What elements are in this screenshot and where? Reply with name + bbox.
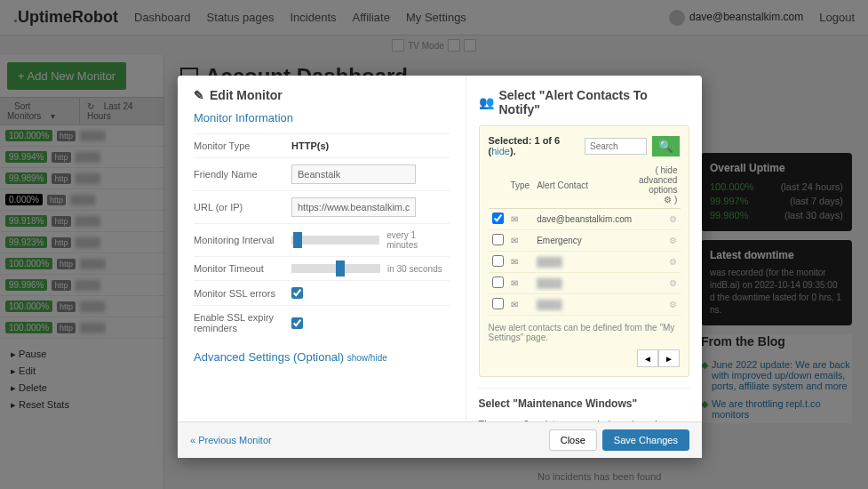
previous-monitor-link[interactable]: « Previous Monitor — [190, 435, 272, 445]
contact-row: ✉Emergency⚙ — [489, 230, 681, 252]
friendly-name-input[interactable] — [291, 164, 416, 184]
users-icon: 👥 — [479, 95, 494, 109]
timeout-slider[interactable] — [291, 264, 380, 273]
url-input[interactable] — [291, 197, 416, 217]
contact-name: ████ — [533, 273, 635, 294]
ssl-expiry-label: Enable SSL expiry reminders — [194, 312, 291, 333]
contact-gear-icon[interactable]: ⚙ — [635, 230, 681, 252]
mail-icon: ✉ — [511, 300, 518, 309]
contact-gear-icon[interactable]: ⚙ — [635, 273, 681, 294]
alert-contacts-title: 👥Select "Alert Contacts To Notify" — [479, 88, 690, 116]
friendly-name-label: Friendly Name — [194, 169, 291, 180]
contact-name: ████ — [533, 252, 635, 273]
contact-checkbox[interactable] — [492, 277, 504, 288]
contact-checkbox[interactable] — [492, 234, 504, 245]
contact-checkbox[interactable] — [492, 212, 504, 224]
col-advanced-toggle[interactable]: ( hide advanced options ⚙ ) — [635, 162, 681, 209]
mail-icon: ✉ — [511, 257, 518, 267]
monitor-info-heading: Monitor Information — [194, 111, 450, 124]
contact-gear-icon[interactable]: ⚙ — [635, 252, 681, 273]
timeout-label: Monitor Timeout — [194, 263, 291, 274]
contact-gear-icon[interactable]: ⚙ — [635, 294, 681, 316]
contact-row: ✉████⚙ — [489, 294, 681, 316]
mail-icon: ✉ — [511, 236, 518, 245]
contact-row: ✉████⚙ — [489, 273, 681, 294]
contact-name: ████ — [533, 294, 635, 316]
contact-checkbox[interactable] — [492, 255, 504, 267]
modal-title: ✎Edit Monitor — [194, 88, 450, 102]
edit-icon: ✎ — [194, 88, 204, 102]
contact-gear-icon[interactable]: ⚙ — [635, 209, 681, 230]
alert-contacts-box: Selected: 1 of 6 (hide). 🔍 Type Alert Co… — [479, 125, 690, 377]
ssl-errors-checkbox[interactable] — [291, 287, 303, 299]
alert-contacts-table: Type Alert Contact ( hide advanced optio… — [489, 162, 681, 316]
url-label: URL (or IP) — [194, 202, 291, 212]
monitor-type-value: HTTP(s) — [291, 140, 329, 151]
close-button[interactable]: Close — [549, 429, 597, 451]
ssl-expiry-checkbox[interactable] — [291, 317, 303, 329]
edit-monitor-modal: ✎Edit Monitor Monitor Information Monito… — [178, 76, 702, 458]
contact-name: dave@beanstalkim.com — [533, 209, 635, 230]
col-type: Type — [507, 162, 534, 209]
hide-link[interactable]: hide — [491, 146, 510, 156]
alert-contacts-note: New alert contacts can be defined from t… — [489, 323, 681, 342]
contact-search-input[interactable] — [585, 138, 647, 155]
selected-count: Selected: 1 of 6 (hide). — [489, 135, 575, 156]
col-contact: Alert Contact — [533, 162, 635, 209]
contact-row: ✉dave@beanstalkim.com⚙ — [489, 209, 681, 230]
mail-icon: ✉ — [511, 214, 518, 224]
advanced-settings-toggle[interactable]: Advanced Settings (Optional) show/hide — [194, 350, 450, 364]
interval-slider[interactable] — [291, 236, 380, 244]
monitor-type-label: Monitor Type — [194, 140, 291, 151]
ssl-errors-label: Monitor SSL errors — [194, 288, 291, 299]
contact-search-button[interactable]: 🔍 — [652, 136, 680, 156]
interval-label: Monitoring Interval — [194, 235, 291, 245]
contact-name: Emergency — [533, 230, 635, 252]
interval-value: every 1 minutes — [386, 230, 449, 250]
maintenance-windows-title: Select "Maintenance Windows" — [479, 397, 690, 410]
contacts-next-button[interactable]: ► — [658, 349, 680, 367]
save-changes-button[interactable]: Save Changes — [602, 429, 689, 451]
timeout-value: in 30 seconds — [387, 264, 442, 274]
contacts-prev-button[interactable]: ◄ — [637, 349, 658, 367]
mail-icon: ✉ — [511, 278, 518, 288]
search-icon: 🔍 — [658, 140, 673, 153]
contact-row: ✉████⚙ — [489, 252, 681, 273]
contact-checkbox[interactable] — [492, 298, 504, 309]
